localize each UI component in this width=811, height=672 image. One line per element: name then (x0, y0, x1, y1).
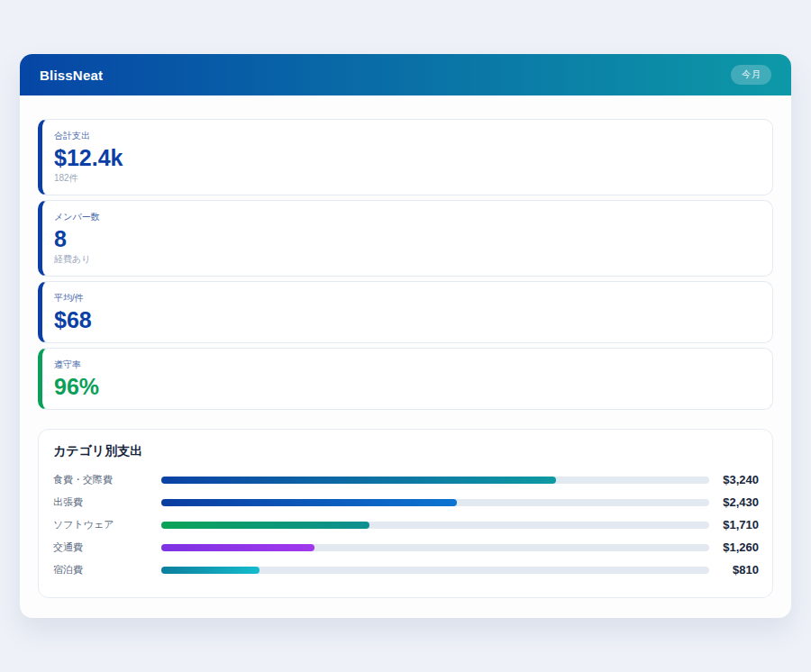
category-row: ソフトウェア$1,710 (53, 513, 759, 536)
stat-value: $68 (54, 308, 759, 331)
category-value: $3,240 (709, 473, 759, 486)
category-value: $2,430 (709, 495, 759, 509)
app-header: BlissNeat 今月 (20, 54, 791, 95)
category-bar-track (161, 522, 709, 529)
category-value: $810 (709, 563, 759, 577)
stat-label: 遵守率 (54, 359, 759, 370)
category-label: ソフトウェア (53, 518, 161, 531)
stat-label: 合計支出 (54, 131, 759, 141)
dashboard-content: 合計支出 $12.4k 182件 メンバー数 8 経費あり 平均/件 $68 遵… (20, 95, 791, 598)
stat-card-total-spend: 合計支出 $12.4k 182件 (38, 119, 773, 195)
category-bar-track (161, 544, 709, 551)
category-label: 出張費 (53, 495, 161, 509)
stat-value: 8 (54, 227, 759, 250)
category-label: 宿泊費 (53, 563, 161, 577)
category-value: $1,710 (709, 518, 759, 531)
category-bar-fill (161, 499, 457, 506)
category-value: $1,260 (709, 540, 759, 554)
category-label: 食費・交際費 (53, 473, 161, 486)
category-label: 交通費 (53, 540, 161, 554)
stat-subtext: 経費あり (54, 254, 759, 265)
stat-value: 96% (54, 375, 759, 398)
stat-value: $12.4k (54, 146, 759, 169)
category-bar-track (161, 499, 709, 506)
stat-subtext: 182件 (54, 173, 759, 184)
category-row: 出張費$2,430 (53, 491, 759, 513)
period-badge[interactable]: 今月 (731, 65, 771, 85)
category-bar-fill (161, 477, 556, 484)
category-breakdown-title: カテゴリ別支出 (53, 443, 759, 458)
category-bar-track (161, 567, 709, 574)
category-bar-fill (161, 544, 314, 551)
stat-label: メンバー数 (54, 212, 759, 222)
category-bar-fill (161, 567, 260, 574)
category-row: 宿泊費$810 (53, 558, 759, 581)
category-row: 食費・交際費$3,240 (53, 468, 759, 491)
stat-card-compliance: 遵守率 96% (38, 348, 773, 410)
dashboard-card: BlissNeat 今月 合計支出 $12.4k 182件 メンバー数 8 経費… (20, 54, 791, 618)
stat-card-average: 平均/件 $68 (38, 281, 773, 343)
stat-label: 平均/件 (54, 293, 759, 304)
category-bar-track (161, 477, 709, 484)
category-rows: 食費・交際費$3,240出張費$2,430ソフトウェア$1,710交通費$1,2… (53, 468, 759, 581)
category-bar-fill (161, 522, 369, 529)
app-title: BlissNeat (40, 68, 103, 83)
category-row: 交通費$1,260 (53, 536, 759, 558)
category-breakdown-card: カテゴリ別支出 食費・交際費$3,240出張費$2,430ソフトウェア$1,71… (38, 429, 773, 598)
stat-card-members: メンバー数 8 経費あり (38, 200, 773, 277)
